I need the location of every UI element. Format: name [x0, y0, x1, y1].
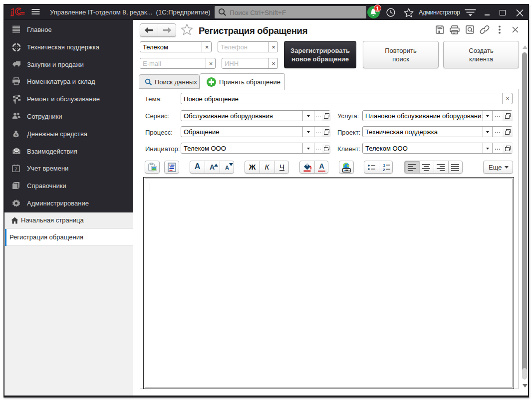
svg-text:2: 2 — [383, 168, 385, 172]
svg-text:7: 7 — [14, 167, 17, 172]
